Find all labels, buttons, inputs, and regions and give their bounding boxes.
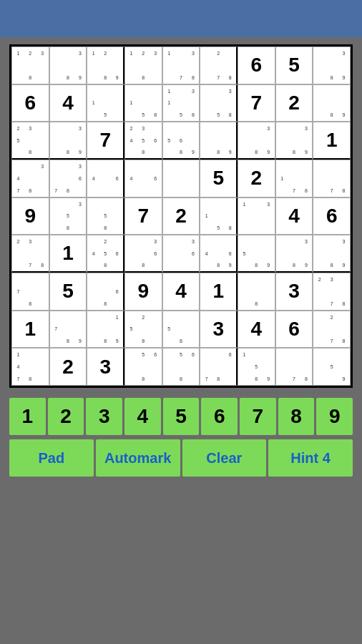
cell-4-5[interactable]: 158 (200, 197, 238, 235)
cell-5-3[interactable]: 368 (124, 235, 162, 273)
cell-5-6[interactable]: 589 (238, 235, 275, 273)
cell-7-5[interactable]: 3 (200, 311, 238, 348)
pad-button[interactable]: Pad (9, 439, 94, 477)
cell-7-2[interactable]: 189 (87, 311, 124, 348)
cell-1-8[interactable]: 89 (313, 84, 351, 122)
cell-6-1[interactable]: 5 (49, 273, 87, 311)
cell-3-4[interactable] (162, 160, 200, 197)
cell-0-1[interactable]: 389 (49, 47, 87, 84)
cell-2-7[interactable]: 389 (275, 122, 313, 160)
cell-3-5[interactable]: 5 (200, 160, 238, 197)
cell-6-7[interactable]: 3 (275, 273, 313, 311)
cell-8-4[interactable]: 568 (162, 348, 200, 386)
cell-5-4[interactable]: 36 (162, 235, 200, 273)
cell-7-1[interactable]: 789 (49, 311, 87, 348)
cell-7-8[interactable]: 278 (313, 311, 351, 348)
cell-4-0[interactable]: 9 (11, 197, 49, 235)
cell-5-5[interactable]: 4689 (200, 235, 238, 273)
cell-5-7[interactable]: 389 (275, 235, 313, 273)
cell-3-6[interactable]: 2 (238, 160, 275, 197)
cell-4-6[interactable]: 13 (238, 197, 275, 235)
cell-8-5[interactable]: 678 (200, 348, 238, 386)
num-btn-2[interactable]: 2 (48, 398, 84, 435)
cell-8-8[interactable]: 59 (313, 348, 351, 386)
cell-7-0[interactable]: 1 (11, 311, 49, 348)
cell-3-8[interactable]: 78 (313, 160, 351, 197)
cell-6-2[interactable]: 68 (87, 273, 124, 311)
cell-7-6[interactable]: 4 (238, 311, 275, 348)
cell-2-8[interactable]: 1 (313, 122, 351, 160)
cell-1-6[interactable]: 7 (238, 84, 275, 122)
cell-0-3[interactable]: 1238 (124, 47, 162, 84)
cell-4-2[interactable]: 58 (87, 197, 124, 235)
note-digit (12, 59, 24, 72)
cell-4-7[interactable]: 4 (275, 197, 313, 235)
cell-6-8[interactable]: 2378 (313, 273, 351, 311)
cell-2-5[interactable]: 89 (200, 122, 238, 160)
cell-5-0[interactable]: 2378 (11, 235, 49, 273)
cell-5-8[interactable]: 389 (313, 235, 351, 273)
note-digit (99, 85, 112, 97)
cell-1-0[interactable]: 6 (11, 84, 49, 122)
cell-6-6[interactable]: 8 (238, 273, 275, 311)
cell-2-2[interactable]: 7 (87, 122, 124, 160)
cell-2-3[interactable]: 234568 (124, 122, 162, 160)
hint-button[interactable]: Hint 4 (268, 439, 353, 477)
cell-8-2[interactable]: 3 (87, 348, 124, 386)
cell-0-5[interactable]: 278 (200, 47, 238, 84)
cell-7-4[interactable]: 58 (162, 311, 200, 348)
cell-8-0[interactable]: 1478 (11, 348, 49, 386)
cell-4-3[interactable]: 7 (124, 197, 162, 235)
cell-6-3[interactable]: 9 (124, 273, 162, 311)
cell-0-2[interactable]: 1289 (87, 47, 124, 84)
cell-1-3[interactable]: 158 (124, 84, 162, 122)
cell-0-4[interactable]: 1378 (162, 47, 200, 84)
cell-3-2[interactable]: 46 (87, 160, 124, 197)
cell-3-3[interactable]: 46 (124, 160, 162, 197)
cell-0-6[interactable]: 6 (238, 47, 275, 84)
note-digit (288, 361, 300, 373)
cell-4-8[interactable]: 6 (313, 197, 351, 235)
cell-8-1[interactable]: 2 (49, 348, 87, 386)
cell-8-6[interactable]: 1589 (238, 348, 275, 386)
cell-3-0[interactable]: 3478 (11, 160, 49, 197)
num-btn-4[interactable]: 4 (124, 398, 161, 435)
cell-1-5[interactable]: 358 (200, 84, 238, 122)
cell-2-4[interactable]: 5689 (162, 122, 200, 160)
automark-button[interactable]: Automark (96, 439, 180, 477)
cell-1-4[interactable]: 13158 (162, 84, 200, 122)
cell-1-7[interactable]: 2 (275, 84, 313, 122)
cell-3-7[interactable]: 178 (275, 160, 313, 197)
cell-5-1[interactable]: 1 (49, 235, 87, 273)
cell-8-3[interactable]: 568 (124, 348, 162, 386)
cell-2-1[interactable]: 389 (49, 122, 87, 160)
cell-0-0[interactable]: 1238 (11, 47, 49, 84)
num-btn-8[interactable]: 8 (278, 398, 315, 435)
cell-2-0[interactable]: 2358 (11, 122, 49, 160)
cell-1-1[interactable]: 4 (49, 84, 87, 122)
cell-8-7[interactable]: 78 (275, 348, 313, 386)
num-btn-6[interactable]: 6 (201, 398, 238, 435)
num-btn-1[interactable]: 1 (9, 398, 46, 435)
cell-0-7[interactable]: 5 (275, 47, 313, 84)
clear-button[interactable]: Clear (182, 439, 267, 477)
note-digit (137, 235, 150, 248)
cell-4-1[interactable]: 358 (49, 197, 87, 235)
num-btn-9[interactable]: 9 (316, 398, 353, 435)
num-btn-3[interactable]: 3 (86, 398, 122, 435)
cell-6-0[interactable]: 78 (11, 273, 49, 311)
cell-2-6[interactable]: 389 (238, 122, 275, 160)
num-btn-5[interactable]: 5 (163, 398, 200, 435)
note-digit: 7 (12, 286, 24, 298)
cell-3-1[interactable]: 3678 (49, 160, 87, 197)
cell-1-2[interactable]: 15 (87, 84, 124, 122)
cell-6-4[interactable]: 4 (162, 273, 200, 311)
cell-7-7[interactable]: 6 (275, 311, 313, 348)
cell-0-8[interactable]: 389 (313, 47, 351, 84)
cell-7-3[interactable]: 258 (124, 311, 162, 348)
num-btn-7[interactable]: 7 (240, 398, 276, 435)
cell-6-5[interactable]: 1 (200, 273, 238, 311)
cell-4-4[interactable]: 2 (162, 197, 200, 235)
note-digit (326, 47, 338, 59)
cell-5-2[interactable]: 24568 (87, 235, 124, 273)
